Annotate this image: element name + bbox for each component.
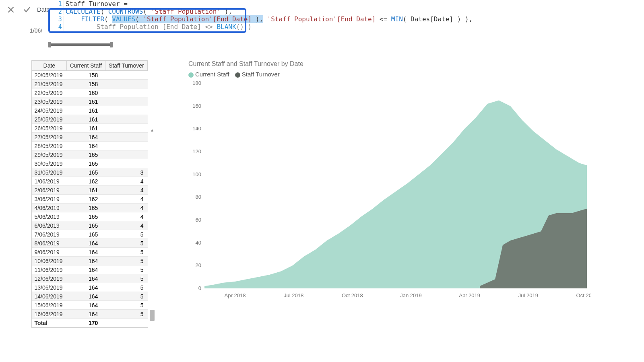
svg-text:Jan 2019: Jan 2019 [400,292,422,298]
data-table[interactable]: Date Current Staff Staff Turnover 20/05/… [31,60,148,328]
table-row[interactable]: 24/05/2019161 [32,106,148,115]
svg-text:Apr 2018: Apr 2018 [225,292,246,298]
table-row[interactable]: 30/05/2019165 [32,159,148,168]
table-row[interactable]: 31/05/20191653 [32,168,148,177]
line-number: 2 [55,8,64,15]
svg-text:140: 140 [192,125,201,132]
svg-text:Oct 2019: Oct 2019 [576,292,591,298]
date-label: Date [37,6,50,13]
table-row[interactable]: 23/05/2019161 [32,97,148,106]
svg-text:100: 100 [192,171,201,177]
col-date[interactable]: Date [32,61,67,71]
chart-legend: Current Staff Staff Turnover [188,71,632,78]
svg-text:20: 20 [196,262,201,268]
line-number: 4 [55,23,64,31]
total-label: Total [32,319,67,327]
date-value-truncated: 1/06/ [30,27,42,34]
svg-text:40: 40 [196,240,201,246]
table-row[interactable]: 9/06/20191645 [32,248,148,257]
svg-text:180: 180 [192,80,201,86]
table-row[interactable]: 28/05/2019164 [32,142,148,150]
scroll-thumb[interactable] [150,310,155,321]
table-row[interactable]: 27/05/2019164 [32,133,148,142]
table-row[interactable]: 6/06/20191654 [32,221,148,230]
table-row[interactable]: 8/06/20191645 [32,239,148,248]
formula-editor[interactable]: 1 Staff Turnover = 2 CALCULATE( COUNTROW… [55,0,644,19]
table-row[interactable]: 25/05/2019161 [32,115,148,124]
svg-text:Oct 2018: Oct 2018 [342,292,363,298]
chart-title: Current Staff and Staff Turnover by Date [188,60,632,68]
svg-text:Apr 2019: Apr 2019 [459,292,480,298]
table-row[interactable]: 5/06/20191654 [32,212,148,221]
svg-text:0: 0 [198,285,201,291]
table-row[interactable]: 26/05/2019161 [32,124,148,133]
commit-button[interactable] [20,3,34,16]
col-current-staff[interactable]: Current Staff [66,61,105,71]
horizontal-scrollbar[interactable] [48,41,113,48]
svg-text:Jul 2018: Jul 2018 [284,292,303,298]
table-row[interactable]: 13/06/20191645 [32,283,148,292]
svg-text:80: 80 [196,194,201,200]
table-row[interactable]: 15/06/20191645 [32,301,148,310]
table-row[interactable]: 20/05/2019158 [32,71,148,80]
area-chart[interactable]: 020406080100120140160180Apr 2018Jul 2018… [188,79,591,304]
total-value: 170 [66,319,105,327]
table-row[interactable]: 16/06/20191645 [32,310,148,319]
svg-text:Jul 2019: Jul 2019 [518,292,538,298]
table-row[interactable]: 2/06/20191614 [32,186,148,195]
table-row[interactable]: 10/06/20191645 [32,257,148,265]
table-row[interactable]: 4/06/20191654 [32,204,148,212]
svg-text:60: 60 [196,217,201,223]
cancel-button[interactable] [4,3,18,16]
line-number: 3 [55,16,64,23]
table-row[interactable]: 11/06/20191645 [32,265,148,274]
col-staff-turnover[interactable]: Staff Turnover [105,61,147,71]
table-row[interactable]: 21/05/2019158 [32,80,148,88]
svg-text:120: 120 [192,148,201,154]
table-row[interactable]: 22/05/2019160 [32,88,148,97]
scroll-up-icon[interactable]: ▴ [149,127,155,133]
table-row[interactable]: 1/06/20191624 [32,177,148,186]
table-row[interactable]: 7/06/20191655 [32,230,148,239]
table-row[interactable]: 29/05/2019165 [32,150,148,159]
table-row[interactable]: 12/06/20191645 [32,274,148,283]
svg-text:160: 160 [192,103,201,109]
line-number: 1 [55,0,64,8]
table-row[interactable]: 14/06/20191645 [32,292,148,301]
table-row[interactable]: 3/06/20191624 [32,195,148,204]
